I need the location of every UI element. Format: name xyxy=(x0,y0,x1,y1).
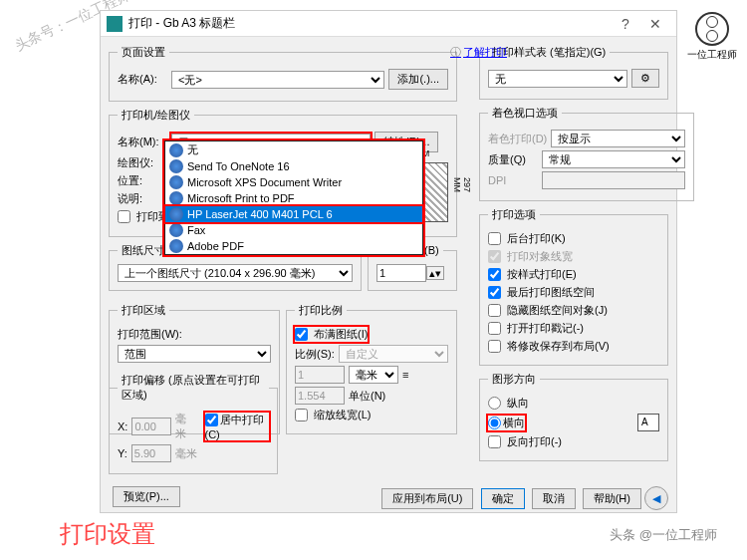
plotter-label: 绘图仪: xyxy=(118,155,167,170)
dialog-buttons: 预览(P)... 应用到布局(U) 确定 取消 帮助(H) ◀ xyxy=(109,480,668,510)
portrait-label: 纵向 xyxy=(507,396,529,411)
collapse-button[interactable]: ◀ xyxy=(644,486,668,510)
help-button[interactable]: 帮助(H) xyxy=(583,488,641,509)
opt-hide-check[interactable] xyxy=(488,304,501,317)
close-button[interactable]: ✕ xyxy=(640,16,670,32)
dialog-title: 打印 - Gb A3 标题栏 xyxy=(128,15,611,32)
center-plot-check[interactable] xyxy=(205,414,218,426)
plot-range-label: 打印范围(W): xyxy=(118,327,182,342)
offset-x-input xyxy=(131,418,171,435)
preview-height-label: 297 MM xyxy=(452,177,472,207)
orientation-icon: A xyxy=(637,414,659,431)
logo-icon xyxy=(695,12,729,46)
app-icon xyxy=(107,16,123,32)
plot-styles-group: 打印样式表 (笔指定)(G) 无 xyxy=(479,45,668,100)
preview-button[interactable]: 预览(P)... xyxy=(113,486,180,507)
opt-lw-label: 打印对象线宽 xyxy=(507,249,573,264)
offset-x-label: X: xyxy=(118,420,127,432)
fit-paper-label: 布满图纸(I) xyxy=(314,327,368,342)
cancel-button[interactable]: 取消 xyxy=(532,488,576,509)
quality-select[interactable]: 常规 xyxy=(542,150,685,168)
help-titlebar-button[interactable]: ? xyxy=(611,16,640,32)
printer-option[interactable]: Fax xyxy=(165,222,422,238)
reverse-label: 反向打印(-) xyxy=(507,434,562,449)
printer-name-label: 名称(M): xyxy=(118,135,167,149)
dpi-input xyxy=(542,171,685,189)
printer-option[interactable]: Microsoft XPS Document Writer xyxy=(165,174,422,190)
pagesetup-add-button[interactable]: 添加(.)... xyxy=(388,69,448,90)
scale-unit-select[interactable]: 毫米 xyxy=(349,366,398,384)
opt-stamp-label: 打开打印戳记(-) xyxy=(507,321,584,336)
learn-print-link[interactable]: ⓘ了解打印 xyxy=(450,45,507,60)
desc-label: 说明: xyxy=(118,191,167,206)
equals-icon: ≡ xyxy=(402,369,408,381)
printer-icon xyxy=(169,207,183,221)
printer-dropdown-list: 无 Send To OneNote 16 Microsoft XPS Docum… xyxy=(164,140,423,255)
printer-option-selected[interactable]: HP LaserJet 400 M401 PCL 6 xyxy=(165,206,422,222)
spinner-icon[interactable]: ▴▾ xyxy=(426,266,444,280)
viewport-legend: 着色视口选项 xyxy=(488,106,562,121)
opt-hide-label: 隐藏图纸空间对象(J) xyxy=(507,303,608,318)
orientation-group: 图形方向 纵向 横向 A 反向打印(-) xyxy=(479,372,668,461)
plot-style-select[interactable]: 无 xyxy=(488,70,627,88)
printer-group: 打印机/绘图仪 名称(M): 无 特性(R)... 绘图仪: 位置: 说明: 打… xyxy=(109,108,457,237)
printer-icon xyxy=(169,239,183,253)
viewport-options-group: 着色视口选项 着色打印(D)按显示 质量(Q)常规 DPI xyxy=(479,106,694,201)
printer-option[interactable]: Microsoft Print to PDF xyxy=(165,190,422,206)
watermark-logo: 一位工程师 xyxy=(687,12,737,62)
offset-y-unit: 毫米 xyxy=(175,446,197,461)
chevron-left-icon: ◀ xyxy=(652,492,660,505)
printer-option[interactable]: 无 xyxy=(165,141,422,158)
opt-stamp-check[interactable] xyxy=(488,322,501,335)
plot-style-edit-button[interactable] xyxy=(631,69,659,88)
landscape-radio[interactable] xyxy=(488,417,501,429)
copies-input[interactable] xyxy=(376,264,426,282)
ok-button[interactable]: 确定 xyxy=(481,488,525,509)
annotation-source: 头条 @一位工程师 xyxy=(610,526,717,544)
scale-lw-label: 缩放线宽(L) xyxy=(314,408,371,422)
opt-last-check[interactable] xyxy=(488,286,501,299)
opt-style-label: 按样式打印(E) xyxy=(507,267,577,282)
landscape-label: 横向 xyxy=(503,417,525,428)
opt-lw-check xyxy=(488,250,501,263)
print-to-file-check[interactable] xyxy=(118,210,130,223)
info-icon: ⓘ xyxy=(450,46,461,58)
scale-lw-check[interactable] xyxy=(295,409,308,421)
page-setup-group: 页面设置 名称(A): <无> 添加(.)... xyxy=(109,45,457,102)
print-dialog: 打印 - Gb A3 标题栏 ? ✕ ⓘ了解打印 页面设置 名称(A): <无>… xyxy=(100,10,677,513)
opt-bg-check[interactable] xyxy=(488,232,501,245)
opt-style-check[interactable] xyxy=(488,268,501,281)
plot-area-legend: 打印区域 xyxy=(118,303,169,318)
shade-select[interactable]: 按显示 xyxy=(551,130,685,147)
printer-icon xyxy=(169,223,183,237)
printer-icon xyxy=(169,159,183,173)
shade-label: 着色打印(D) xyxy=(488,132,547,146)
offset-y-label: Y: xyxy=(118,447,127,459)
reverse-check[interactable] xyxy=(488,435,501,448)
offset-x-unit: 毫米 xyxy=(175,412,194,441)
page-setup-legend: 页面设置 xyxy=(118,45,169,60)
printer-icon xyxy=(169,143,183,157)
apply-layout-button[interactable]: 应用到布局(U) xyxy=(381,488,473,509)
offset-y-input xyxy=(131,444,171,462)
pagesetup-name-label: 名称(A): xyxy=(118,72,167,87)
printer-icon xyxy=(169,191,183,205)
plot-scale-legend: 打印比例 xyxy=(295,303,347,318)
opt-last-label: 最后打印图纸空间 xyxy=(507,285,595,300)
printer-option[interactable]: Adobe PDF xyxy=(165,238,422,254)
orientation-legend: 图形方向 xyxy=(488,372,540,387)
annotation-title: 打印设置 xyxy=(60,518,155,550)
plot-options-group: 打印选项 后台打印(K) 打印对象线宽 按样式打印(E) 最后打印图纸空间 隐藏… xyxy=(479,207,668,366)
paper-size-select[interactable]: 上一个图纸尺寸 (210.04 x 296.90 毫米) xyxy=(118,264,353,282)
learn-print-label: 了解打印 xyxy=(463,46,507,58)
pagesetup-name-select[interactable]: <无> xyxy=(171,71,384,89)
opt-save-check[interactable] xyxy=(488,340,501,353)
location-label: 位置: xyxy=(118,173,167,188)
portrait-radio[interactable] xyxy=(488,397,501,410)
plot-range-select[interactable]: 范围 xyxy=(118,345,271,363)
fit-paper-check[interactable] xyxy=(295,328,308,341)
quality-label: 质量(Q) xyxy=(488,152,538,167)
printer-option[interactable]: Send To OneNote 16 xyxy=(165,158,422,174)
printer-legend: 打印机/绘图仪 xyxy=(118,108,194,123)
printer-icon xyxy=(169,175,183,189)
